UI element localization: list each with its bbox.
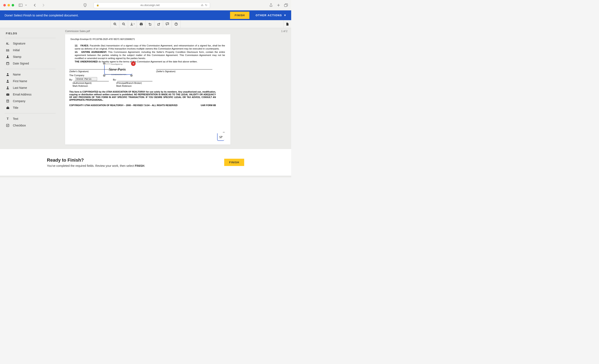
lock-icon: 🔒	[96, 4, 99, 7]
field-signature[interactable]: Signature	[5, 40, 55, 47]
initials-text: SP	[219, 135, 222, 139]
svg-point-28	[7, 87, 8, 88]
form-number: UAR FORM 8B	[201, 104, 216, 107]
document-header: Commission Sales.pdf 1 of 2	[61, 28, 291, 34]
svg-rect-2	[284, 4, 287, 7]
rotate-left-button[interactable]	[145, 20, 154, 28]
minimize-window[interactable]	[8, 4, 10, 7]
sidebar-title: FIELDS	[0, 32, 61, 38]
finish-button[interactable]: FINISH	[230, 12, 249, 19]
toolbar	[0, 20, 291, 28]
field-email[interactable]: Email Address	[5, 91, 55, 98]
document-area: Commission Sales.pdf 1 of 2 DocuSign Env…	[61, 28, 291, 149]
calendar-icon	[6, 62, 9, 65]
new-tab-icon[interactable]	[277, 3, 280, 7]
initials-widget[interactable]: DS SP	[217, 133, 224, 141]
by-line	[117, 79, 152, 81]
shield-icon[interactable]	[83, 3, 87, 7]
back-icon[interactable]	[33, 3, 37, 7]
action-message: Done! Select Finish to send the complete…	[5, 14, 79, 17]
remove-signature-button[interactable]: ✕	[131, 61, 136, 66]
translate-icon[interactable]: ⁂	[201, 4, 203, 7]
url-text: eu.docusign.net	[101, 4, 199, 7]
checkbox-icon	[6, 124, 9, 127]
fields-sidebar: FIELDS Signature DS Initial Stamp Date S…	[0, 28, 61, 149]
envelope-icon	[6, 93, 9, 96]
field-name[interactable]: Name	[5, 71, 55, 78]
field-checkbox[interactable]: Checkbox	[5, 122, 55, 129]
field-last-name[interactable]: Last Name	[5, 84, 55, 91]
maximize-window[interactable]	[12, 4, 14, 7]
field-stamp[interactable]: Stamp	[5, 53, 55, 60]
svg-rect-36	[7, 107, 9, 109]
agent-row: (Authorized Agent) Mark Robinson (Princi…	[73, 81, 224, 87]
finish-panel: Ready to Finish? You've completed the re…	[0, 149, 291, 176]
signature-hash: 31DAB3AD05A7424...	[111, 74, 128, 76]
svg-point-27	[7, 80, 8, 81]
other-actions-menu[interactable]: OTHER ACTIONS ▼	[255, 14, 287, 17]
resize-handle-icon[interactable]	[103, 62, 106, 65]
initial-icon: DS	[6, 48, 9, 52]
copyright-line: COPYRIGHT© UTAH ASSOCIATION OF REALTORS®…	[69, 104, 216, 107]
main-area: FIELDS Signature DS Initial Stamp Date S…	[0, 28, 291, 149]
signature-label: DocuSigned by:	[111, 63, 123, 65]
document-page[interactable]: DocuSign Envelope ID: FF11879E-D52F-4767…	[65, 34, 230, 145]
forward-icon[interactable]	[42, 3, 45, 7]
sig-tick	[105, 74, 111, 74]
print-button[interactable]	[137, 20, 146, 28]
page-indicator: 1 of 2	[281, 30, 287, 33]
sidebar-toggle-icon[interactable]	[19, 3, 22, 7]
svg-rect-10	[141, 23, 142, 24]
field-text[interactable]: T Text	[5, 115, 55, 122]
svg-line-4	[115, 25, 116, 25]
action-bar: Done! Select Finish to send the complete…	[0, 10, 291, 20]
tabs-icon[interactable]	[284, 3, 288, 7]
comments-button[interactable]	[163, 20, 172, 28]
reload-icon[interactable]: ↻	[205, 4, 207, 7]
svg-rect-14	[158, 24, 159, 25]
sidebar-section-input: T Text Checkbox	[5, 113, 55, 131]
share-icon[interactable]	[269, 3, 273, 7]
field-company[interactable]: Company	[5, 98, 55, 104]
field-title[interactable]: Title	[5, 104, 55, 111]
field-date-signed[interactable]: Date Signed	[5, 60, 55, 67]
agent-name: Mark Robinson	[73, 84, 116, 87]
close-window[interactable]	[3, 4, 6, 7]
svg-rect-0	[19, 4, 22, 7]
dropdown-caret-icon: ▼	[284, 14, 287, 17]
finish-button-bottom[interactable]: FINISH	[224, 159, 244, 166]
svg-rect-12	[141, 25, 142, 26]
zoom-out-button[interactable]	[119, 20, 128, 28]
svg-rect-13	[149, 24, 151, 25]
stamp-icon	[6, 55, 9, 59]
svg-point-18	[176, 25, 176, 25]
typed-name-field[interactable]: Steve Paris	[75, 77, 97, 81]
building-icon	[6, 99, 9, 103]
rotate-right-button[interactable]	[154, 20, 163, 28]
field-first-name[interactable]: First Name	[5, 78, 55, 84]
briefcase-icon	[6, 106, 9, 110]
svg-rect-34	[8, 101, 8, 101]
resize-handle-icon[interactable]	[103, 74, 106, 77]
chevron-down-icon[interactable]	[25, 3, 27, 7]
document-filename: Commission Sales.pdf	[65, 30, 90, 33]
by-label: By:	[113, 78, 116, 81]
document-panel-toggle[interactable]	[283, 20, 291, 28]
address-bar[interactable]: 🔒 eu.docusign.net ⁂ ↻	[94, 2, 210, 8]
seller-sig-caption: (Seller's Signature)	[156, 70, 221, 73]
by-label: By:	[69, 78, 73, 81]
help-button[interactable]	[172, 20, 181, 28]
svg-rect-33	[7, 101, 8, 101]
svg-rect-22	[7, 62, 9, 65]
svg-rect-19	[7, 57, 9, 58]
initials-ds-label: DS	[223, 132, 225, 133]
svg-rect-35	[8, 102, 8, 103]
undersigned-line: THE UNDERSIGNED do hereby agree to the t…	[70, 60, 225, 63]
envelope-id: DocuSign Envelope ID: FF11879E-D52F-4767…	[70, 38, 225, 41]
download-button[interactable]	[128, 20, 137, 28]
field-initial[interactable]: DS Initial	[5, 47, 55, 53]
seller-sig-caption: (Seller's Signature)	[69, 70, 134, 73]
svg-line-8	[124, 25, 125, 25]
zoom-in-button[interactable]	[110, 20, 119, 28]
browser-chrome: 🔒 eu.docusign.net ⁂ ↻	[0, 0, 291, 10]
